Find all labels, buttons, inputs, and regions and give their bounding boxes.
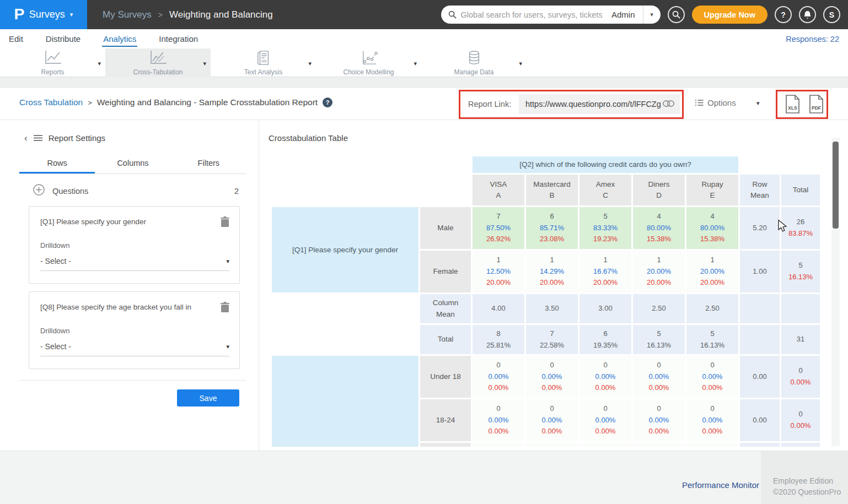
questions-count: 2 <box>234 187 239 196</box>
drilldown-label: Drilldown <box>40 327 229 335</box>
column-header-visa: VISAA <box>473 175 524 205</box>
cross-tabulation-link[interactable]: Cross Tabulation <box>19 97 83 107</box>
crosstab-cell: 00.00%0.00% <box>526 399 578 441</box>
delete-question-button[interactable] <box>221 302 229 315</box>
scrollbar-thumb[interactable] <box>833 142 839 229</box>
drilldown-select[interactable]: - Select -▾ <box>40 257 229 271</box>
chevron-down-icon[interactable]: ▾ <box>414 60 417 67</box>
survey-nav: EditDistributeAnalyticsIntegrationRespon… <box>0 29 848 48</box>
notifications-button[interactable] <box>799 6 816 23</box>
drilldown-select-value: - Select - <box>40 342 226 351</box>
database-icon <box>466 50 482 68</box>
column-header-mastercard: MastercardB <box>526 175 578 205</box>
breadcrumb-separator-icon: > <box>158 10 163 19</box>
nav-item-integration[interactable]: Integration <box>158 31 199 47</box>
chevron-down-icon[interactable]: ▾ <box>203 60 206 67</box>
report-link-url[interactable]: https://www.questionpro.com/t/lFFCZg <box>525 100 663 109</box>
row-total-cell: 2683.87% <box>781 207 820 249</box>
chevron-down-icon: ▾ <box>226 258 229 264</box>
chevron-down-icon[interactable]: ▾ <box>519 60 522 67</box>
scatter-chart-icon <box>359 50 378 68</box>
crosstab-cell: 00.00%0.00% <box>686 356 738 398</box>
add-question-button[interactable] <box>33 184 45 198</box>
questions-label: Questions <box>52 187 88 196</box>
spacer-cell <box>420 175 471 205</box>
nav-item-edit[interactable]: Edit <box>8 31 24 47</box>
drilldown-label: Drilldown <box>40 241 229 250</box>
performance-monitor-link[interactable]: Performance Monitor <box>682 480 759 490</box>
row-label-under-18: Under 18 <box>420 356 471 398</box>
delete-question-button[interactable] <box>221 216 229 229</box>
edition-panel: Employee Edition ©2020 QuestionPro <box>761 451 848 504</box>
report-header-bar: Cross Tabulation > Weighting and Balanci… <box>0 88 848 120</box>
crosstab-column-question-header: [Q2] which of the following credit cards… <box>473 156 738 173</box>
link-icon[interactable] <box>663 99 674 109</box>
avatar-button[interactable]: S <box>823 6 840 23</box>
row-group-label-q8 <box>272 356 418 447</box>
options-button[interactable]: Options <box>695 98 736 107</box>
spacer-cell <box>272 175 418 205</box>
crosstab-cell: 685.71%23.08% <box>526 207 578 249</box>
crosstab-panel: Crosstabulation Table [Q2] which of the … <box>259 120 848 451</box>
options-dropdown-chevron-icon[interactable]: ▾ <box>756 100 760 106</box>
chevron-down-icon[interactable]: ▾ <box>98 60 101 67</box>
report-link-box: https://www.questionpro.com/t/lFFCZg <box>519 94 680 114</box>
collapse-settings-button[interactable]: ‹ Report Settings <box>24 133 105 143</box>
crosstab-table-title: Crosstabulation Table <box>269 133 348 143</box>
crosstab-cell: 00.00%0.00% <box>473 399 524 441</box>
row-total-cell: 516.13% <box>781 251 820 292</box>
column-mean-cell: 4.00 <box>473 294 524 323</box>
toolbar-tab-manage-data[interactable]: Manage Data▾ <box>421 48 527 77</box>
question-title: [Q1] Please specify your gender <box>40 218 221 226</box>
crosstab-table: [Q2] which of the following credit cards… <box>270 155 822 447</box>
toolbar-tab-text-analysis[interactable]: Text Analysis▾ <box>211 48 316 77</box>
nav-item-distribute[interactable]: Distribute <box>45 31 82 47</box>
avatar-initial: S <box>829 10 834 19</box>
crosstab-cell <box>579 443 631 447</box>
export-pdf-button[interactable]: PDF <box>809 95 824 116</box>
spacer-cell <box>272 294 418 323</box>
settings-tab-filters[interactable]: Filters <box>171 154 246 174</box>
list-icon <box>695 99 704 106</box>
save-button[interactable]: Save <box>177 389 239 407</box>
responses-count: Responses: 22 <box>786 35 839 44</box>
drilldown-select[interactable]: - Select -▾ <box>40 342 229 356</box>
toolbar-tab-label: Text Analysis <box>244 68 282 76</box>
nav-item-analytics[interactable]: Analytics <box>102 31 137 47</box>
top-bar: P Surveys ▾ My Surveys > Weighting and B… <box>0 0 848 29</box>
vertical-scrollbar[interactable] <box>831 138 840 446</box>
crosstab-cell: 00.00%0.00% <box>686 399 738 441</box>
row-mean-cell: 0.00 <box>740 356 780 398</box>
crosstab-cell: 120.00%20.00% <box>633 251 685 292</box>
spacer-cell <box>420 156 471 173</box>
grand-total-cell: 31 <box>781 325 820 354</box>
upgrade-now-button[interactable]: Upgrade Now <box>692 6 768 24</box>
crosstab-cell: 583.33%19.23% <box>579 207 631 249</box>
spacer-cell <box>272 156 418 173</box>
toolbar-tab-choice-modelling[interactable]: Choice Modelling▾ <box>316 48 421 77</box>
help-button[interactable]: ? <box>775 6 792 23</box>
question-title: [Q8] Please specify the age bracket you … <box>40 303 221 311</box>
column-total-cell: 722.58% <box>526 325 578 354</box>
toolbar-tab-cross-tabulation[interactable]: Cross-Tabulation▾ <box>105 48 211 77</box>
row-label-male: Male <box>420 207 471 249</box>
search-submit-button[interactable] <box>668 6 685 23</box>
crosstab-cell <box>473 443 524 447</box>
search-scope-dropdown[interactable]: ▾ <box>643 6 661 24</box>
row-mean-cell: 5.20 <box>740 207 780 249</box>
question-mark-icon: ? <box>781 10 786 19</box>
column-header-row-mean: RowMean <box>740 175 780 205</box>
global-search: Admin ▾ <box>441 6 661 24</box>
crosstab-cell: 114.29%20.00% <box>526 251 578 292</box>
top-bar-actions: Admin ▾ Upgrade Now ? S <box>441 0 840 29</box>
toolbar-tab-reports[interactable]: Reports▾ <box>0 48 105 77</box>
settings-tab-columns[interactable]: Columns <box>95 154 170 174</box>
settings-tab-rows[interactable]: Rows <box>19 154 95 174</box>
report-help-icon[interactable]: ? <box>323 97 332 107</box>
search-input[interactable] <box>461 10 607 19</box>
product-switcher[interactable]: P Surveys ▾ <box>0 0 87 29</box>
chevron-down-icon[interactable]: ▾ <box>308 60 312 67</box>
export-xls-button[interactable]: XLS <box>785 95 800 116</box>
breadcrumb-my-surveys[interactable]: My Surveys <box>103 9 152 20</box>
spacer-cell <box>781 156 820 173</box>
